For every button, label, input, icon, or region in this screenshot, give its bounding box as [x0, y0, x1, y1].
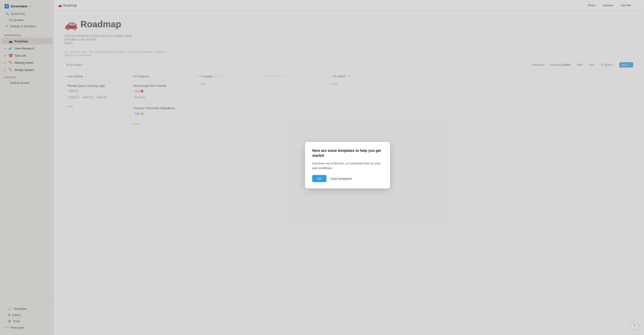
dialog-title: Here are some templates to help you get … — [312, 148, 383, 158]
templates-dialog: Here are some templates to help you get … — [305, 142, 390, 188]
dialog-actions: OK Clear templates — [312, 175, 383, 182]
ok-button[interactable]: OK — [312, 175, 326, 182]
clear-templates-button[interactable]: Clear templates — [329, 175, 353, 182]
dialog-body: Use them out of the box, or customize th… — [312, 161, 383, 170]
